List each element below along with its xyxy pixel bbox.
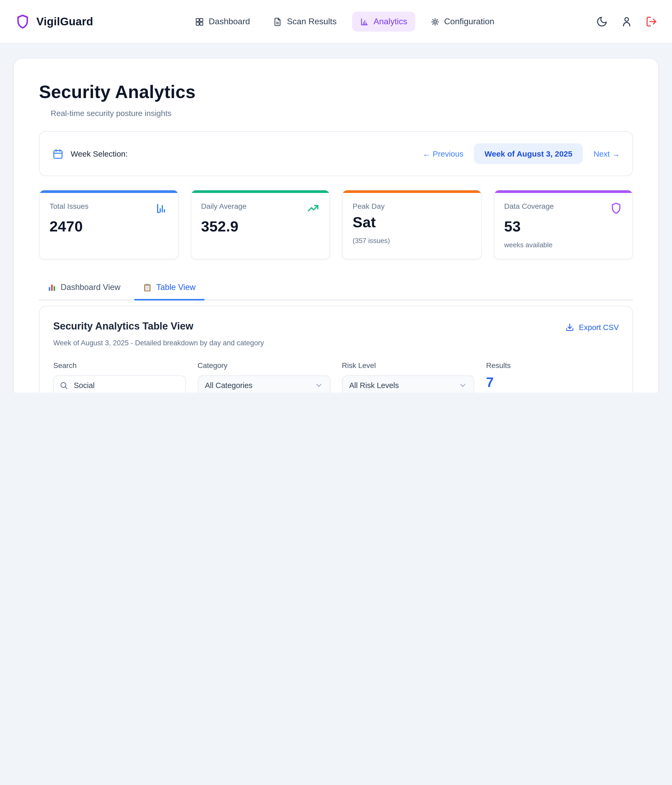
search-input[interactable] xyxy=(53,375,186,392)
gear-icon xyxy=(430,17,439,26)
top-bar: VigilGuard Dashboard xyxy=(0,0,672,44)
brand-name: VigilGuard xyxy=(36,15,93,28)
stat-label: Total Issues xyxy=(50,202,89,210)
card-accent xyxy=(494,190,633,193)
theme-toggle-moon-icon[interactable] xyxy=(596,16,608,27)
card-accent xyxy=(342,190,481,193)
brand: VigilGuard xyxy=(15,14,93,30)
previous-week-button[interactable]: ← Previous xyxy=(422,149,463,158)
category-select-value: All Categories xyxy=(205,381,253,389)
page-subtitle: Real-time security posture insights xyxy=(39,109,633,117)
stat-card-peak-day: Peak Day Sat (357 issues) xyxy=(342,190,481,260)
current-week-button[interactable]: Week of August 3, 2025 xyxy=(474,143,583,164)
stat-value: 352.9 xyxy=(201,218,319,235)
stat-sub: weeks available xyxy=(504,241,622,249)
shield-logo-icon xyxy=(15,14,31,30)
category-label: Category xyxy=(198,361,330,369)
download-icon xyxy=(565,323,575,332)
chevron-down-icon xyxy=(459,381,467,389)
logout-icon[interactable] xyxy=(645,16,657,27)
table-view-subtitle: Week of August 3, 2025 - Detailed breakd… xyxy=(53,339,264,347)
risk-level-label: Risk Level xyxy=(342,361,475,369)
nav-label: Scan Results xyxy=(287,17,337,27)
risk-level-select[interactable]: All Risk Levels xyxy=(342,375,475,392)
week-selector-label: Week Selection: xyxy=(70,149,128,158)
results-label: Results xyxy=(486,361,619,369)
tab-dashboard-view[interactable]: Dashboard View xyxy=(39,277,130,300)
week-selector-left: Week Selection: xyxy=(52,148,128,160)
app: VigilGuard Dashboard xyxy=(0,0,672,392)
stat-sub: (357 issues) xyxy=(353,237,471,245)
stat-value: 2470 xyxy=(50,218,168,235)
nav-item-analytics[interactable]: Analytics xyxy=(352,12,415,31)
week-selector-controls: ← Previous Week of August 3, 2025 Next → xyxy=(422,143,620,164)
dashboard-grid-icon xyxy=(195,17,204,26)
main-container: Security Analytics Real-time security po… xyxy=(13,58,659,392)
nav-item-configuration[interactable]: Configuration xyxy=(422,12,502,31)
stat-label: Data Coverage xyxy=(504,202,554,210)
bar-chart-emoji-icon xyxy=(48,283,56,291)
filter-category: Category All Categories xyxy=(198,361,330,392)
filters-row: Search Category xyxy=(53,361,619,392)
filter-search: Search xyxy=(53,361,186,392)
clipboard-emoji-icon xyxy=(144,283,152,291)
nav-item-dashboard[interactable]: Dashboard xyxy=(187,12,258,31)
week-selector-card: Week Selection: ← Previous Week of Augus… xyxy=(39,131,633,176)
stat-value: Sat xyxy=(353,214,471,231)
view-tabs: Dashboard View Table View xyxy=(39,277,633,300)
table-view-title: Security Analytics Table View xyxy=(53,321,264,332)
stat-label: Peak Day xyxy=(353,202,384,210)
user-icon[interactable] xyxy=(621,16,633,27)
bar-chart-icon xyxy=(360,17,369,26)
tab-table-view[interactable]: Table View xyxy=(134,277,205,300)
stat-label: Daily Average xyxy=(201,202,246,210)
trending-up-icon xyxy=(307,202,319,214)
nav-item-scan-results[interactable]: Scan Results xyxy=(266,12,345,31)
search-label: Search xyxy=(53,361,186,369)
top-actions xyxy=(596,16,657,27)
page: Security Analytics Real-time security po… xyxy=(0,44,672,392)
nav-label: Dashboard xyxy=(209,17,250,27)
stats-row: Total Issues 2470 xyxy=(39,190,633,260)
card-accent xyxy=(39,190,178,193)
main-nav: Dashboard Scan Results Analytics xyxy=(187,12,502,31)
filter-risk-level: Risk Level All Risk Levels All Risk Leve… xyxy=(342,361,475,392)
export-csv-label: Export CSV xyxy=(579,323,619,332)
nav-label: Analytics xyxy=(374,17,407,27)
tab-label: Table View xyxy=(156,283,195,292)
risk-level-select-value: All Risk Levels xyxy=(349,381,399,389)
stat-card-total-issues: Total Issues 2470 xyxy=(39,190,178,260)
table-view-card: Security Analytics Table View Week of Au… xyxy=(39,306,633,392)
export-csv-button[interactable]: Export CSV xyxy=(565,323,619,332)
category-select[interactable]: All Categories xyxy=(198,375,330,392)
nav-label: Configuration xyxy=(444,17,494,27)
stat-card-daily-average: Daily Average 352.9 xyxy=(191,190,330,260)
calendar-icon xyxy=(52,148,64,160)
next-week-button[interactable]: Next → xyxy=(594,149,620,158)
file-text-icon xyxy=(273,17,282,26)
card-accent xyxy=(191,190,330,193)
page-title: Security Analytics xyxy=(39,82,633,102)
chevron-down-icon xyxy=(314,381,323,389)
tab-label: Dashboard View xyxy=(61,283,120,292)
results-count: 7 xyxy=(486,375,619,389)
filter-results: Results 7 of 77 rows xyxy=(486,361,619,392)
bar-chart-icon xyxy=(155,202,168,214)
stat-card-data-coverage: Data Coverage 53 weeks available xyxy=(494,190,633,260)
stat-value: 53 xyxy=(504,218,622,235)
shield-icon xyxy=(610,202,622,214)
